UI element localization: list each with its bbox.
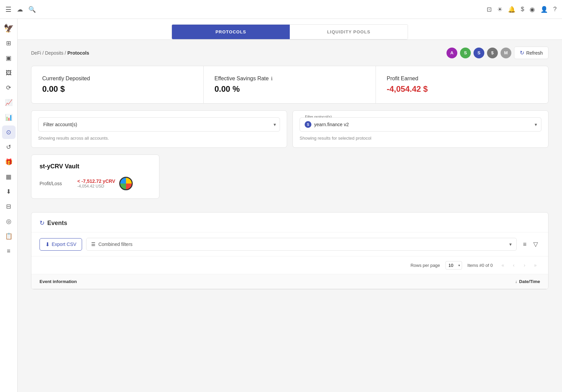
sidebar-item-grid[interactable]: ⊞: [2, 36, 16, 50]
filter-accounts-card: Filter account(s) ▾ Showing results acro…: [31, 110, 287, 148]
sidebar-item-download[interactable]: ⬇: [2, 185, 16, 198]
breadcrumb-defi[interactable]: DeFi: [31, 50, 41, 56]
filter-accounts-select[interactable]: Filter account(s): [38, 117, 280, 132]
sidebar-item-table[interactable]: ⊟: [2, 200, 16, 213]
stats-row: Currently Deposited 0.00 $ Effective Sav…: [31, 66, 548, 104]
tab-protocols[interactable]: PROTOCOLS: [172, 25, 290, 39]
pagination-row: Rows per page 10 25 50 Items #0 of 0 « ‹…: [31, 256, 548, 274]
export-label: Export CSV: [52, 242, 76, 247]
filter-protocols-wrapper: Filter protocol(s) S yearn.finance v2 ▾: [300, 117, 541, 132]
sidebar-item-bar-chart[interactable]: 📊: [2, 111, 16, 124]
events-section: ↻ Events ⬇ Export CSV ☰ Combined filters…: [31, 212, 548, 289]
vault-values: < -7,512.72 yCRV -4,054.42 USD: [77, 178, 115, 189]
main-layout: 🦅 ⊞ ▣ 🖼 ⟳ 📈 📊 ⊙ ↺ 🎁 ▦ ⬇ ⊟ ◎ 📋 ≡ PROTOCOL…: [0, 19, 562, 392]
top-nav: ☰ ☁ 🔍 ⊡ ☀ 🔔 $ ◉ 👤 ?: [0, 0, 562, 19]
sidebar-item-refresh[interactable]: ↺: [2, 140, 16, 154]
sidebar-item-chart-line[interactable]: 📈: [2, 96, 16, 109]
brightness-icon[interactable]: ☀: [497, 6, 503, 13]
actions-right: A S S $ M ↻ Refresh: [446, 47, 548, 59]
stat-value-savings-rate: 0.00 %: [214, 84, 365, 94]
avatar-dollar[interactable]: $: [487, 48, 498, 58]
filter-funnel-button[interactable]: ▽: [531, 239, 540, 250]
vault-title: st-yCRV Vault: [40, 163, 151, 170]
sidebar-item-deposits[interactable]: ⊙: [2, 125, 16, 139]
avatar-m[interactable]: M: [501, 48, 511, 58]
vault-row-wrapper: st-yCRV Vault Profit/Loss < -7,512.72 yC…: [31, 155, 548, 205]
prev-page-button[interactable]: ‹: [509, 260, 518, 270]
rows-per-page-label: Rows per page: [410, 263, 440, 268]
refresh-icon: ↻: [520, 50, 524, 56]
combined-filters-dropdown[interactable]: ☰ Combined filters ▾: [86, 238, 517, 251]
stat-card-profit: Profit Earned -4,054.42 $: [376, 66, 548, 103]
col-event-info: Event information: [40, 279, 77, 284]
tabs-container: PROTOCOLS LIQUIDITY POOLS: [18, 19, 562, 40]
filter-accounts-hint: Showing results across all accounts.: [38, 136, 280, 141]
eye-icon[interactable]: ◉: [530, 6, 535, 13]
sidebar-item-analytics[interactable]: ▦: [2, 170, 16, 184]
sidebar-item-list[interactable]: ≡: [2, 244, 16, 258]
sidebar-item-database[interactable]: ◎: [2, 215, 16, 228]
refresh-label: Refresh: [526, 50, 543, 56]
filter-protocols-card: Filter protocol(s) S yearn.finance v2 ▾ …: [292, 110, 548, 148]
stat-label-profit: Profit Earned: [387, 76, 537, 82]
sidebar-item-wallet[interactable]: ▣: [2, 51, 16, 65]
sidebar-item-logo: 🦅: [2, 22, 16, 35]
user-icon[interactable]: 👤: [540, 6, 548, 13]
dollar-icon[interactable]: $: [521, 6, 524, 13]
breadcrumb-protocols: Protocols: [67, 50, 89, 56]
col-date-time-icon: ↓: [515, 279, 517, 284]
stat-value-profit: -4,054.42 $: [387, 84, 537, 94]
stat-label-savings-rate: Effective Savings Rate ℹ: [214, 76, 365, 82]
rows-select-wrap: 10 25 50: [445, 261, 462, 270]
list-view-button[interactable]: ≡: [521, 239, 529, 250]
export-csv-button[interactable]: ⬇ Export CSV: [40, 238, 82, 251]
info-icon[interactable]: ℹ: [271, 76, 273, 81]
sidebar-item-history[interactable]: ⟳: [2, 81, 16, 94]
events-refresh-icon: ↻: [40, 219, 45, 227]
filter-row: Filter account(s) ▾ Showing results acro…: [31, 110, 548, 148]
next-page-button[interactable]: ›: [520, 260, 529, 270]
help-icon[interactable]: ?: [553, 6, 557, 13]
items-label: Items #0 of 0: [467, 263, 493, 268]
cloud-icon[interactable]: ☁: [17, 6, 23, 13]
content-area: PROTOCOLS LIQUIDITY POOLS DeFi / Deposit…: [18, 19, 562, 392]
notification-icon[interactable]: 🔔: [508, 6, 515, 13]
breadcrumb-deposits[interactable]: Deposits: [45, 50, 63, 56]
page-content: DeFi / Deposits / Protocols A S S $ M ↻ …: [18, 40, 562, 296]
col-date-time[interactable]: ↓ Date/Time: [515, 279, 540, 284]
protocol-icon: S: [305, 121, 311, 128]
filter-protocols-value: yearn.finance v2: [314, 122, 349, 127]
events-toolbar: ⬇ Export CSV ☰ Combined filters ▾ ≡ ▽: [31, 232, 548, 256]
avatar-a[interactable]: A: [446, 48, 457, 58]
tabs-inner: PROTOCOLS LIQUIDITY POOLS: [172, 24, 408, 39]
avatar-s1[interactable]: S: [460, 48, 471, 58]
stat-label-deposited: Currently Deposited: [42, 76, 193, 82]
sidebar: 🦅 ⊞ ▣ 🖼 ⟳ 📈 📊 ⊙ ↺ 🎁 ▦ ⬇ ⊟ ◎ 📋 ≡: [0, 19, 18, 392]
export-icon: ⬇: [45, 241, 50, 248]
stat-card-savings-rate: Effective Savings Rate ℹ 0.00 %: [204, 66, 376, 103]
stat-card-deposited: Currently Deposited 0.00 $: [31, 66, 204, 103]
refresh-button[interactable]: ↻ Refresh: [514, 47, 548, 59]
avatar-s2[interactable]: S: [474, 48, 484, 58]
sidebar-item-image[interactable]: 🖼: [2, 66, 16, 80]
combined-filters-label: Combined filters: [98, 242, 507, 247]
table-header: Event information ↓ Date/Time: [31, 274, 548, 289]
rows-select[interactable]: 10 25 50: [445, 261, 462, 270]
sidebar-item-reports[interactable]: 📋: [2, 229, 16, 243]
first-page-button[interactable]: «: [498, 260, 508, 270]
top-nav-left: ☰ ☁ 🔍: [5, 5, 36, 13]
sidebar-item-gift[interactable]: 🎁: [2, 155, 16, 169]
monitor-icon[interactable]: ⊡: [487, 6, 492, 13]
events-title: Events: [47, 220, 67, 227]
breadcrumb-row: DeFi / Deposits / Protocols A S S $ M ↻ …: [31, 47, 548, 59]
vault-value-main: < -7,512.72 yCRV: [77, 178, 115, 184]
search-icon[interactable]: 🔍: [28, 6, 36, 13]
hamburger-icon[interactable]: ☰: [5, 5, 11, 13]
vault-token-icon: [119, 177, 133, 190]
filter-protocols-dropdown[interactable]: S yearn.finance v2 ▾: [300, 117, 541, 132]
events-header: ↻ Events: [31, 213, 548, 232]
page-buttons: « ‹ › »: [498, 260, 540, 270]
tab-liquidity-pools[interactable]: LIQUIDITY POOLS: [290, 25, 408, 39]
last-page-button[interactable]: »: [531, 260, 540, 270]
protocols-chevron-icon: ▾: [535, 122, 537, 127]
